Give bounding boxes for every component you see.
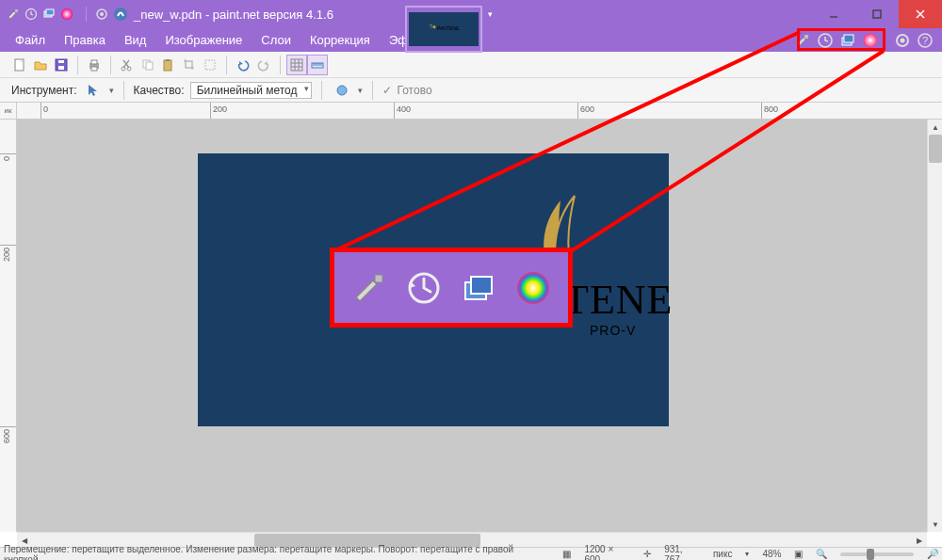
ruler-icon[interactable]	[307, 55, 328, 75]
finish-label: Готово	[398, 84, 432, 97]
svg-rect-0	[15, 9, 18, 12]
redo-icon[interactable]	[253, 55, 274, 75]
colors-icon[interactable]	[59, 7, 74, 22]
status-cursor: 931, 767	[664, 544, 700, 561]
titlebar-panel-icons	[6, 7, 74, 22]
svg-rect-9	[873, 10, 881, 18]
ruler-corner: ик	[0, 103, 17, 120]
separator	[86, 7, 87, 22]
panel-toggle-icons: ?	[793, 30, 936, 51]
copy-icon[interactable]	[138, 55, 158, 75]
quality-label: Качество:	[134, 84, 185, 97]
svg-point-16	[901, 38, 905, 42]
svg-rect-38	[375, 275, 382, 282]
svg-rect-24	[91, 60, 97, 64]
tools-icon	[349, 267, 390, 309]
svg-rect-31	[166, 59, 170, 61]
zoom-out-icon[interactable]: 🔍	[816, 549, 827, 559]
paste-icon[interactable]	[158, 55, 179, 75]
svg-rect-29	[146, 62, 153, 70]
scrollbar-thumb[interactable]	[929, 135, 942, 163]
cut-icon[interactable]	[117, 55, 138, 75]
layers-icon[interactable]	[838, 30, 857, 51]
svg-rect-30	[164, 60, 171, 71]
colors-icon[interactable]	[861, 30, 880, 51]
zoom-knob[interactable]	[867, 549, 874, 560]
open-file-icon[interactable]	[30, 55, 51, 75]
vertical-scrollbar[interactable]: ▲ ▼	[927, 120, 942, 532]
tool-dropdown-icon[interactable]: ▾	[109, 86, 114, 95]
logo-subtext: PRO-V	[590, 323, 636, 338]
svg-rect-25	[91, 67, 97, 71]
menu-image[interactable]: Изображение	[155, 30, 252, 50]
svg-rect-3	[46, 9, 54, 15]
tool-options-bar: Инструмент: ▾ Качество: Билинейный метод…	[0, 78, 942, 103]
cursor-icon: ✛	[643, 549, 651, 559]
status-hint: Перемещение: перетащите выделенное. Изме…	[4, 544, 536, 561]
horizontal-ruler: 0 200 400 600 800 1000 1200 1400	[17, 103, 942, 120]
print-icon[interactable]	[84, 55, 105, 75]
app-logo-icon	[113, 7, 128, 22]
tools-icon[interactable]	[6, 7, 21, 22]
svg-rect-41	[471, 277, 492, 294]
document-thumbnail[interactable]: ?◆ PANTENE	[405, 6, 482, 53]
history-icon[interactable]	[816, 30, 835, 51]
sampling-dropdown-icon[interactable]: ▾	[358, 86, 363, 95]
minimize-button[interactable]	[812, 0, 855, 28]
close-button[interactable]	[899, 0, 942, 28]
gear-icon[interactable]	[893, 30, 912, 51]
window-title: _new_w.pdn - paint.net версия 4.1.6	[134, 8, 333, 22]
svg-text:?: ?	[922, 35, 928, 46]
svg-point-35	[337, 86, 347, 95]
svg-point-14	[864, 33, 878, 47]
status-bar: Перемещение: перетащите выделенное. Изме…	[0, 547, 942, 560]
sampling-icon[interactable]	[332, 80, 352, 101]
scroll-right-icon[interactable]: ▶	[912, 533, 927, 548]
zoom-in-icon[interactable]: 🔎	[927, 549, 938, 559]
tools-icon[interactable]	[793, 30, 812, 51]
layers-icon[interactable]	[41, 7, 57, 22]
menu-layers[interactable]: Слои	[252, 30, 300, 50]
grid-icon[interactable]	[286, 55, 307, 75]
svg-point-4	[61, 8, 73, 20]
svg-point-7	[114, 8, 127, 21]
menu-adjust[interactable]: Коррекция	[300, 30, 380, 50]
tool-label: Инструмент:	[11, 84, 77, 97]
crop-icon[interactable]	[179, 55, 200, 75]
undo-icon[interactable]	[233, 55, 253, 75]
new-file-icon[interactable]	[9, 55, 30, 75]
finish-check-icon[interactable]: ✓	[382, 84, 392, 97]
menu-view[interactable]: Вид	[115, 30, 156, 50]
svg-point-42	[517, 272, 549, 304]
move-tool-icon[interactable]	[83, 80, 104, 101]
menu-edit[interactable]: Правка	[55, 30, 115, 50]
quality-combo[interactable]: Билинейный метод	[190, 82, 312, 99]
history-icon	[403, 267, 445, 309]
zoom-slider[interactable]	[840, 552, 914, 556]
help-icon[interactable]: ?	[916, 30, 934, 51]
svg-rect-33	[291, 59, 302, 71]
window-controls	[812, 0, 942, 28]
maximize-button[interactable]	[855, 0, 899, 28]
unit-dropdown-icon[interactable]: ▾	[745, 550, 749, 558]
colors-icon	[512, 267, 554, 309]
thumbnail-image: ?◆ PANTENE	[409, 12, 479, 46]
thumbnail-dropdown-icon[interactable]: ▾	[488, 9, 493, 19]
callout-box	[330, 248, 573, 328]
svg-rect-22	[58, 60, 64, 63]
svg-rect-21	[58, 66, 64, 70]
deselect-icon[interactable]	[200, 55, 220, 75]
logo-text: TENE	[563, 276, 673, 324]
svg-rect-32	[205, 60, 215, 70]
dimensions-icon: ▦	[562, 549, 571, 559]
scroll-down-icon[interactable]: ▼	[928, 517, 942, 532]
zoom-fit-icon[interactable]: ▣	[794, 549, 803, 559]
scroll-up-icon[interactable]: ▲	[928, 120, 942, 135]
save-icon[interactable]	[51, 55, 72, 75]
history-icon[interactable]	[24, 7, 39, 22]
svg-rect-10	[804, 35, 808, 39]
layers-icon	[458, 267, 499, 309]
gear-icon[interactable]	[94, 7, 109, 22]
unit-label[interactable]: пикс	[713, 549, 733, 559]
menu-file[interactable]: Файл	[6, 30, 55, 50]
